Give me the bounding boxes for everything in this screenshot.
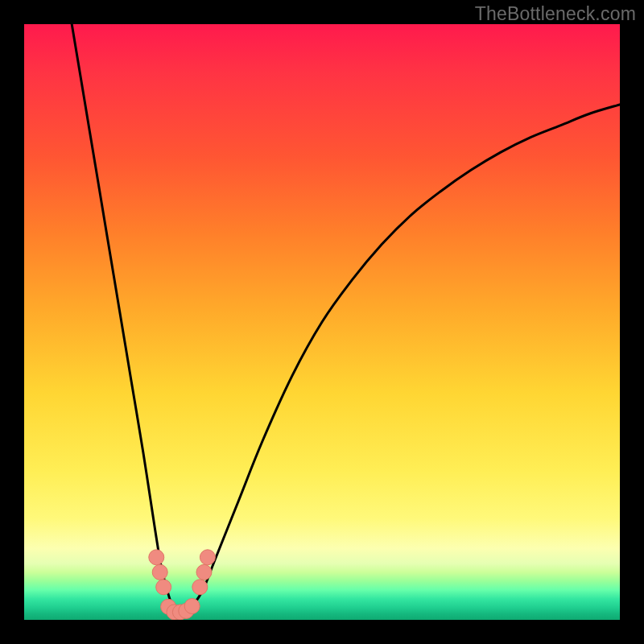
plot-area bbox=[24, 24, 620, 620]
chart-frame: TheBottleneck.com bbox=[0, 0, 644, 644]
curve-markers bbox=[149, 550, 216, 620]
curve-marker bbox=[192, 580, 208, 595]
curve-layer bbox=[24, 24, 620, 620]
watermark-text: TheBottleneck.com bbox=[475, 3, 636, 25]
curve-marker bbox=[196, 564, 212, 580]
curve-marker bbox=[149, 550, 164, 565]
bottleneck-curve bbox=[72, 24, 620, 615]
curve-marker bbox=[184, 598, 200, 613]
curve-marker bbox=[152, 564, 167, 580]
curve-marker bbox=[156, 580, 171, 595]
curve-marker bbox=[200, 550, 215, 565]
